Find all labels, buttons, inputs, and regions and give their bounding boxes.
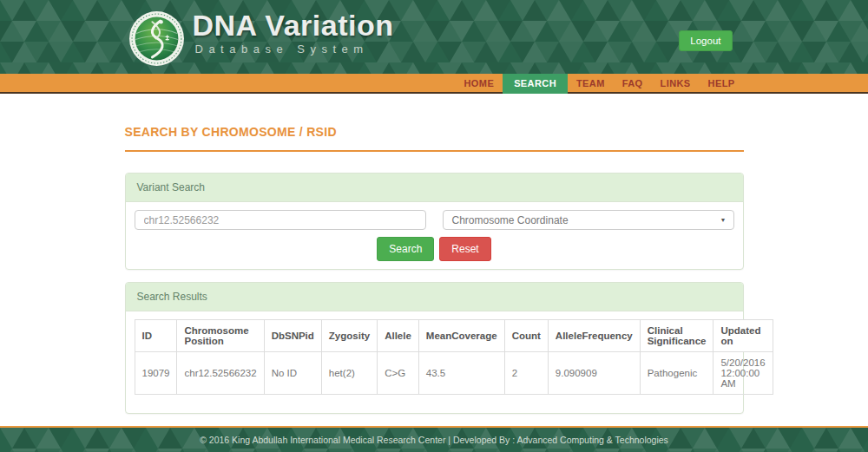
results-table: ID Chromosome Position DbSNPid Zygosity … [135, 319, 773, 395]
page-content: SEARCH BY CHROMOSOME / RSID Variant Sear… [0, 94, 868, 426]
reset-button[interactable]: Reset [439, 237, 490, 261]
nav-item-home[interactable]: HOME [456, 74, 503, 94]
table-header-row: ID Chromosome Position DbSNPid Zygosity … [135, 320, 773, 352]
cell-updated-on: 5/20/2016 12:00:00 AM [713, 352, 773, 395]
footer-copyright: © 2016 King Abdullah International Medic… [0, 428, 868, 452]
col-header-chromosome-position: Chromosome Position [177, 320, 264, 352]
dna-variation-logo [128, 10, 185, 67]
nav-item-search[interactable]: SEARCH [503, 74, 568, 94]
cell-zygosity: het(2) [321, 352, 377, 395]
col-header-id: ID [135, 320, 177, 352]
col-header-allelefrequency: AlleleFrequency [548, 320, 640, 352]
app-title: DNA Variation [193, 10, 394, 42]
col-header-zygosity: Zygosity [321, 320, 377, 352]
app-header: DNA Variation Database System Logout [0, 0, 868, 74]
col-header-clinical-significance: Clinical Significance [640, 320, 713, 352]
cell-dbsnpid: No ID [264, 352, 321, 395]
search-button[interactable]: Search [377, 237, 434, 261]
table-row: 19079 chr12.52566232 No ID het(2) C>G 43… [135, 352, 773, 395]
cell-clinical-significance: Pathogenic [640, 352, 713, 395]
nav-item-links[interactable]: LINKS [652, 74, 700, 94]
title-divider [125, 150, 744, 152]
col-header-meancoverage: MeanCoverage [418, 320, 504, 352]
page-title: SEARCH BY CHROMOSOME / RSID [125, 125, 744, 139]
cell-chromosome-position: chr12.52566232 [177, 352, 264, 395]
app-subtitle: Database System [195, 43, 394, 56]
nav-item-faq[interactable]: FAQ [614, 74, 652, 94]
main-navigation: HOMESEARCHTEAMFAQLINKSHELP [0, 74, 868, 94]
cell-id: 19079 [135, 352, 177, 395]
chevron-down-icon: ▼ [720, 217, 727, 223]
variant-search-panel-title: Variant Search [126, 174, 743, 202]
app-footer: © 2016 King Abdullah International Medic… [0, 426, 868, 452]
search-results-panel-title: Search Results [126, 283, 743, 311]
brand-block: DNA Variation Database System [193, 10, 394, 56]
nav-item-team[interactable]: TEAM [568, 74, 614, 94]
variant-search-panel: Variant Search Chromosome Coordinate ▼ S… [125, 173, 744, 270]
col-header-updated-on: Updated on [713, 320, 773, 352]
cell-allele: C>G [378, 352, 419, 395]
search-type-selected-value: Chromosome Coordinate [452, 214, 569, 226]
cell-meancoverage: 43.5 [418, 352, 504, 395]
search-type-select[interactable]: Chromosome Coordinate ▼ [443, 210, 734, 230]
col-header-allele: Allele [378, 320, 419, 352]
nav-item-help[interactable]: HELP [700, 74, 744, 94]
col-header-dbsnpid: DbSNPid [264, 320, 321, 352]
search-results-panel: Search Results ID Chromosome Position Db… [125, 282, 744, 414]
logout-button[interactable]: Logout [679, 30, 732, 51]
cell-count: 2 [504, 352, 548, 395]
variant-search-input[interactable] [135, 210, 426, 230]
cell-allelefrequency: 9.090909 [548, 352, 640, 395]
col-header-count: Count [504, 320, 548, 352]
